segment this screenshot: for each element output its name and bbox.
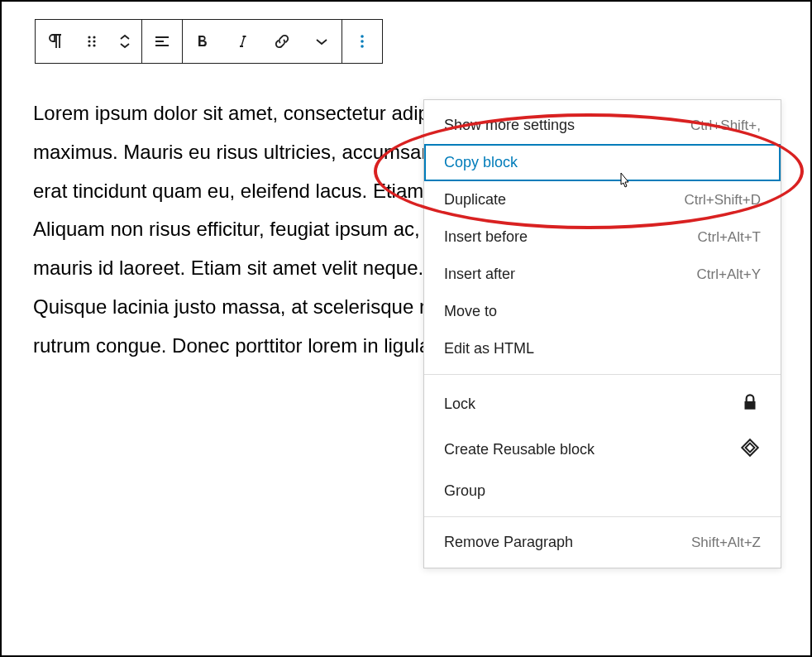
- link-icon[interactable]: [262, 20, 302, 63]
- block-toolbar: [35, 19, 383, 64]
- menu-lock[interactable]: Lock: [424, 381, 781, 427]
- menu-duplicate[interactable]: Duplicate Ctrl+Shift+D: [424, 181, 781, 218]
- menu-move-to[interactable]: Move to: [424, 293, 781, 330]
- menu-remove-paragraph[interactable]: Remove Paragraph Shift+Alt+Z: [424, 524, 781, 561]
- toolbar-group-format: [183, 20, 342, 63]
- svg-point-0: [88, 36, 90, 38]
- menu-label: Edit as HTML: [444, 340, 534, 357]
- menu-insert-before[interactable]: Insert before Ctrl+Alt+T: [424, 218, 781, 256]
- menu-copy-block[interactable]: Copy block: [424, 144, 781, 181]
- menu-shortcut: Ctrl+Alt+T: [697, 229, 761, 246]
- menu-label: Duplicate: [444, 191, 506, 209]
- reusable-icon: [739, 437, 761, 463]
- menu-label: Insert before: [444, 228, 528, 246]
- toolbar-group-block: [36, 20, 142, 63]
- block-options-menu: Show more settings Ctrl+Shift+, Copy blo…: [423, 99, 781, 568]
- svg-point-8: [361, 45, 364, 48]
- menu-label: Create Reusable block: [444, 441, 595, 458]
- svg-point-2: [88, 40, 90, 42]
- menu-label: Move to: [444, 303, 497, 320]
- svg-point-5: [93, 44, 95, 46]
- menu-shortcut: Ctrl+Shift+,: [690, 117, 761, 134]
- toolbar-group-align: [142, 20, 183, 63]
- menu-label: Group: [444, 482, 485, 500]
- italic-icon[interactable]: [222, 20, 262, 63]
- menu-section-2: Lock Create Reusable block Group: [424, 375, 781, 517]
- more-format-icon[interactable]: [302, 20, 342, 63]
- menu-edit-as-html[interactable]: Edit as HTML: [424, 330, 781, 367]
- align-icon[interactable]: [142, 20, 182, 63]
- menu-section-3: Remove Paragraph Shift+Alt+Z: [424, 517, 781, 568]
- menu-shortcut: Shift+Alt+Z: [691, 535, 761, 551]
- menu-label: Copy block: [444, 154, 518, 171]
- drag-handle-icon[interactable]: [75, 20, 108, 63]
- svg-point-1: [93, 36, 95, 38]
- lock-icon: [739, 391, 761, 417]
- svg-point-4: [88, 44, 90, 46]
- menu-section-1: Show more settings Ctrl+Shift+, Copy blo…: [424, 100, 781, 375]
- menu-show-more-settings[interactable]: Show more settings Ctrl+Shift+,: [424, 107, 781, 144]
- menu-create-reusable[interactable]: Create Reusable block: [424, 427, 781, 472]
- menu-label: Show more settings: [444, 117, 575, 134]
- menu-label: Lock: [444, 396, 475, 413]
- menu-group[interactable]: Group: [424, 472, 781, 510]
- paragraph-block-icon[interactable]: [36, 20, 75, 63]
- move-up-down-icon[interactable]: [108, 20, 141, 63]
- menu-shortcut: Ctrl+Alt+Y: [697, 266, 761, 283]
- bold-icon[interactable]: [183, 20, 222, 63]
- svg-point-7: [361, 40, 364, 43]
- editor-frame: Lorem ipsum dolor sit amet, consectetur …: [0, 0, 812, 657]
- svg-point-3: [93, 40, 95, 42]
- menu-shortcut: Ctrl+Shift+D: [684, 192, 761, 209]
- menu-label: Insert after: [444, 266, 515, 283]
- toolbar-group-options: [342, 20, 382, 63]
- options-icon[interactable]: [342, 20, 382, 63]
- menu-label: Remove Paragraph: [444, 534, 573, 551]
- svg-point-6: [361, 35, 364, 38]
- menu-insert-after[interactable]: Insert after Ctrl+Alt+Y: [424, 256, 781, 293]
